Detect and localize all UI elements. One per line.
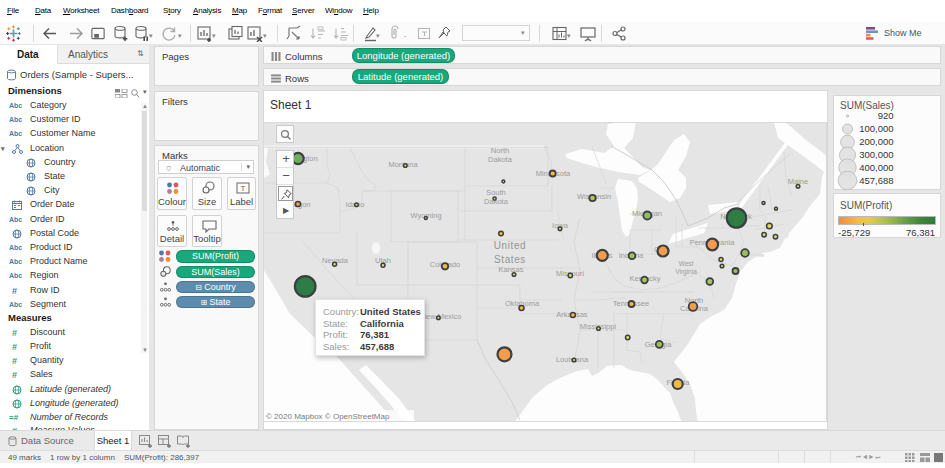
svg-text:200,000: 200,000 (859, 136, 893, 147)
svg-text:North: North (491, 146, 509, 155)
svg-text:T: T (241, 184, 246, 193)
svg-text:South: South (486, 188, 506, 197)
svg-text:100,000: 100,000 (859, 123, 893, 134)
svg-text:457,688: 457,688 (859, 175, 893, 186)
svg-text:New Mexico: New Mexico (421, 312, 462, 321)
svg-text:400,000: 400,000 (859, 162, 893, 173)
svg-text:Virginia: Virginia (675, 268, 697, 276)
svg-text:Kansas: Kansas (498, 265, 523, 274)
svg-text:Dakota: Dakota (488, 155, 513, 164)
svg-text:920: 920 (878, 110, 894, 121)
svg-text:© 2020 Mapbox © OpenStreetMap: © 2020 Mapbox © OpenStreetMap (266, 412, 390, 421)
svg-text:United: United (494, 240, 527, 251)
svg-text:West: West (679, 260, 694, 267)
svg-text:300,000: 300,000 (859, 149, 893, 160)
svg-text:States: States (494, 254, 526, 265)
